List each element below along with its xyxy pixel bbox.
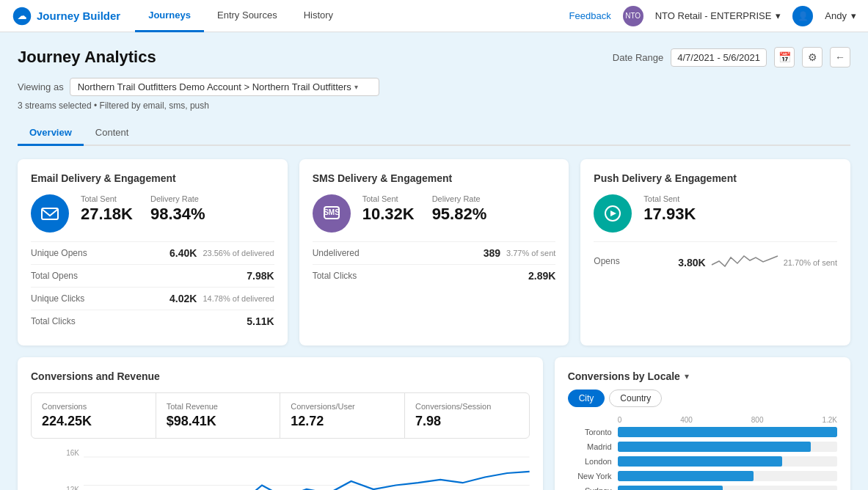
sub-tabs: Overview Content [18, 121, 850, 146]
date-range-value[interactable]: 4/7/2021 - 5/6/2021 [671, 48, 767, 67]
conv-metric-revenue: Total Revenue $98.41K [156, 393, 281, 438]
conversions-card: Conversions and Revenue Conversions 224.… [18, 357, 543, 490]
email-delivery-rate-label: Delivery Rate [150, 194, 205, 203]
sms-stats-row: SMS Total Sent 10.32K Delivery Rate 95.8… [313, 194, 556, 233]
conv-metrics: Conversions 224.25K Total Revenue $98.41… [31, 392, 530, 439]
tab-overview[interactable]: Overview [18, 121, 84, 146]
salesforce-icon: ☁ [12, 6, 32, 26]
cards-row: Email Delivery & Engagement Total Sent 2… [18, 159, 850, 345]
tab-content[interactable]: Content [84, 121, 141, 146]
email-total-opens-label: Total Opens [31, 271, 78, 281]
locale-card-header: Conversions by Locale ▾ [568, 370, 837, 382]
email-unique-opens-value: 6.40K [169, 247, 197, 259]
bar-track-sydney [618, 486, 837, 490]
locale-tabs: City Country [568, 390, 837, 407]
email-total-clicks-label: Total Clicks [31, 316, 76, 326]
push-total-sent-label: Total Sent [643, 194, 696, 203]
push-total-sent: Total Sent 17.93K [643, 194, 696, 224]
email-icon [31, 194, 69, 233]
locale-dropdown-icon[interactable]: ▾ [685, 371, 689, 381]
bar-label-madrid: Madrid [568, 442, 612, 451]
date-range-label: Date Range [613, 52, 663, 63]
email-unique-opens-label: Unique Opens [31, 248, 87, 258]
sms-secondary-stats: Undelivered 389 3.77% of sent Total Clic… [313, 241, 556, 287]
user-chevron-icon: ▾ [851, 10, 856, 21]
locale-tab-city[interactable]: City [568, 390, 605, 407]
email-stats-row: Total Sent 27.18K Delivery Rate 98.34% [31, 194, 274, 233]
sms-total-sent-value: 10.32K [362, 205, 415, 224]
page-header: Journey Analytics Date Range 4/7/2021 - … [18, 47, 850, 67]
conv-metric-conversions: Conversions 224.25K [32, 393, 156, 438]
locale-card: Conversions by Locale ▾ City Country 0 4… [555, 357, 850, 490]
org-name: NTO Retail - ENTERPRISE [655, 10, 772, 21]
push-opens-label: Opens [594, 256, 619, 266]
user-name: Andy [825, 10, 847, 21]
conv-per-user-value: 12.72 [291, 414, 394, 429]
email-total-sent: Total Sent 27.18K [81, 194, 133, 224]
svg-marker-6 [610, 211, 616, 216]
email-card: Email Delivery & Engagement Total Sent 2… [18, 159, 288, 345]
push-card-title: Push Delivery & Engagement [594, 172, 837, 184]
org-chevron-icon: ▾ [776, 10, 781, 21]
nav-tab-history[interactable]: History [291, 0, 346, 32]
bar-fill-madrid [618, 442, 811, 452]
bar-axis: 0 400 800 1.2K [568, 416, 837, 424]
bar-track-madrid [618, 442, 837, 452]
settings-icon[interactable]: ⚙ [802, 47, 823, 67]
email-unique-clicks-value: 4.02K [169, 293, 197, 304]
calendar-icon[interactable]: 📅 [774, 47, 795, 67]
push-opens-pct: 21.70% of sent [784, 258, 837, 267]
axis-0: 0 [618, 416, 622, 424]
push-sparkline [712, 250, 778, 274]
avatar: 👤 [792, 6, 813, 26]
svg-text:SMS: SMS [324, 208, 340, 216]
axis-800: 800 [751, 416, 764, 424]
nav-user[interactable]: Andy ▾ [825, 10, 856, 21]
bar-row-london: London [568, 456, 837, 467]
nav-tabs: Journeys Entry Sources History [135, 0, 346, 32]
bar-chart: Toronto Madrid London [568, 427, 837, 490]
feedback-link[interactable]: Feedback [569, 10, 611, 21]
streams-info: 3 streams selected • Filtered by email, … [18, 100, 850, 111]
email-unique-clicks-right: 4.02K 14.78% of delivered [169, 293, 274, 304]
email-unique-opens: Unique Opens 6.40K 23.56% of delivered [31, 241, 274, 264]
nav-brand[interactable]: ☁ Journey Builder [12, 6, 120, 26]
conv-metric-per-user: Conversions/User 12.72 [280, 393, 405, 438]
back-icon[interactable]: ← [830, 47, 850, 67]
conv-revenue-label: Total Revenue [167, 402, 270, 411]
nav-tab-entry-sources[interactable]: Entry Sources [204, 0, 291, 32]
push-icon [594, 194, 632, 233]
sms-total-clicks: Total Clicks 2.89K [313, 264, 556, 287]
sms-total-clicks-value: 2.89K [528, 270, 555, 282]
sms-total-clicks-label: Total Clicks [313, 271, 357, 281]
org-icon: NTO [623, 6, 643, 26]
conv-metric-per-session: Conversions/Session 7.98 [405, 393, 529, 438]
axis-1200: 1.2K [822, 416, 837, 424]
sms-delivery-rate-label: Delivery Rate [432, 194, 487, 203]
sms-delivery-rate: Delivery Rate 95.82% [432, 194, 487, 224]
y-label-12k: 12K [66, 486, 79, 491]
bottom-row: Conversions and Revenue Conversions 224.… [18, 357, 850, 490]
top-nav: ☁ Journey Builder Journeys Entry Sources… [0, 0, 868, 32]
nav-tab-journeys[interactable]: Journeys [135, 0, 204, 32]
locale-tab-country[interactable]: Country [609, 390, 662, 407]
email-delivery-rate-value: 98.34% [150, 205, 205, 224]
viewing-as: Viewing as Northern Trail Outfitters Dem… [18, 78, 850, 96]
push-total-sent-value: 17.93K [643, 205, 696, 224]
conv-conversions-value: 224.25K [42, 414, 145, 429]
email-secondary-stats: Unique Opens 6.40K 23.56% of delivered T… [31, 241, 274, 332]
conversions-chart-svg [84, 449, 530, 490]
svg-rect-2 [42, 208, 58, 219]
conv-per-user-label: Conversions/User [291, 402, 394, 411]
nav-org[interactable]: NTO Retail - ENTERPRISE ▾ [655, 10, 781, 21]
email-total-opens-value: 7.98K [247, 270, 274, 282]
sms-total-sent-label: Total Sent [362, 194, 415, 203]
push-opens-value: 3.80K [678, 257, 705, 268]
bar-track-new-york [618, 471, 837, 481]
viewing-dropdown[interactable]: Northern Trail Outfitters Demo Account >… [70, 78, 379, 96]
viewing-chevron-icon: ▾ [354, 83, 358, 91]
bar-track-london [618, 456, 837, 467]
sms-card: SMS Delivery & Engagement SMS Total Sent… [299, 159, 569, 345]
email-main-stats: Total Sent 27.18K Delivery Rate 98.34% [81, 194, 205, 224]
page-title: Journey Analytics [18, 48, 156, 67]
